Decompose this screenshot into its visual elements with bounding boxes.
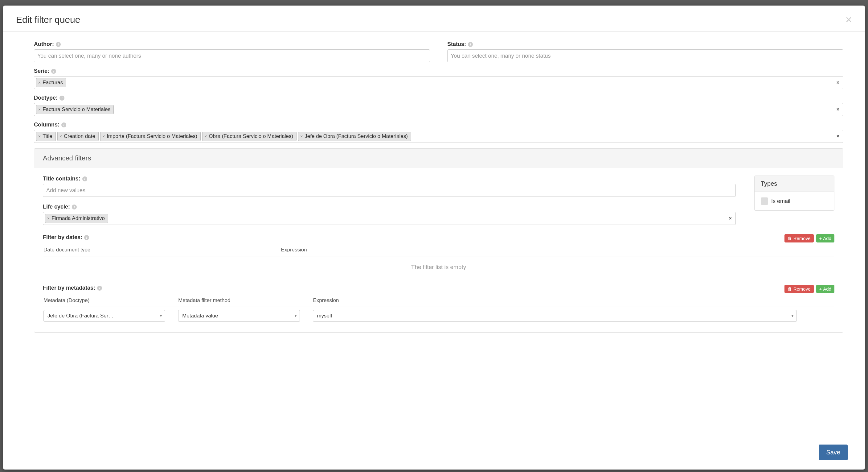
- modal-header: Edit filter queue ×: [3, 5, 865, 32]
- life-cycle-input[interactable]: ×Firmada Administrativo ×: [43, 212, 736, 225]
- empty-filter-row: The filter list is empty: [43, 257, 834, 277]
- remove-tag-icon[interactable]: ×: [60, 134, 62, 139]
- modal-title: Edit filter queue: [16, 14, 80, 25]
- serie-input[interactable]: ×Facturas ×: [34, 76, 843, 89]
- tag-factura-servicio: ×Factura Servicio o Materiales: [36, 105, 114, 114]
- trash-icon: 🗑: [787, 236, 792, 241]
- modal-footer: Save: [3, 437, 865, 470]
- tag-importe: ×Importe (Factura Servicio o Materiales): [100, 132, 201, 141]
- doctype-label: Doctype: i: [34, 95, 843, 101]
- col-date-document-type: Date document type: [43, 244, 280, 256]
- remove-tag-icon[interactable]: ×: [38, 134, 41, 139]
- life-cycle-label: Life cycle: i: [43, 204, 736, 210]
- clear-icon[interactable]: ×: [837, 107, 839, 112]
- tag-obra: ×Obra (Factura Servicio o Materiales): [202, 132, 297, 141]
- tag-firmada-administrativo: ×Firmada Administrativo: [45, 214, 108, 223]
- info-icon[interactable]: i: [468, 42, 473, 47]
- metadata-expression-select[interactable]: myself: [313, 310, 797, 322]
- col-expression: Expression: [281, 244, 834, 256]
- edit-filter-queue-modal: Edit filter queue × Author: i You can se…: [3, 5, 865, 470]
- tag-title: ×Title: [36, 132, 56, 141]
- info-icon[interactable]: i: [56, 42, 61, 47]
- info-icon[interactable]: i: [72, 205, 77, 209]
- tag-creation-date: ×Creation date: [57, 132, 99, 141]
- close-icon[interactable]: ×: [845, 14, 852, 25]
- remove-tag-icon[interactable]: ×: [47, 216, 50, 221]
- doctype-input[interactable]: ×Factura Servicio o Materiales ×: [34, 103, 843, 116]
- clear-icon[interactable]: ×: [837, 134, 839, 139]
- clear-icon[interactable]: ×: [729, 216, 732, 221]
- add-metadata-filter-button[interactable]: + Add: [816, 285, 834, 293]
- status-input[interactable]: You can select one, many or none status: [447, 49, 843, 62]
- types-header: Types: [754, 176, 834, 192]
- author-input[interactable]: You can select one, many or none authors: [34, 49, 430, 62]
- date-filter-table: Date document type Expression The filter…: [43, 243, 834, 278]
- info-icon[interactable]: i: [82, 176, 87, 181]
- is-email-checkbox[interactable]: [761, 198, 768, 205]
- info-icon[interactable]: i: [51, 69, 56, 74]
- plus-icon: +: [819, 286, 822, 292]
- advanced-filters-panel: Advanced filters Title contains: i Add n…: [34, 148, 843, 332]
- plus-icon: +: [819, 236, 822, 241]
- tag-jefe-de-obra: ×Jefe de Obra (Factura Servicio o Materi…: [298, 132, 411, 141]
- columns-label: Columns: i: [34, 122, 843, 128]
- advanced-filters-header: Advanced filters: [34, 149, 843, 168]
- col-metadata-filter-method: Metadata filter method: [178, 294, 312, 307]
- col-metadata-doctype: Metadata (Doctype): [43, 294, 178, 307]
- metadata-doctype-select[interactable]: Jefe de Obra (Factura Ser…: [43, 310, 165, 322]
- remove-tag-icon[interactable]: ×: [38, 80, 41, 85]
- remove-tag-icon[interactable]: ×: [204, 134, 207, 139]
- is-email-label: Is email: [771, 198, 790, 205]
- info-icon[interactable]: i: [60, 96, 64, 100]
- info-icon[interactable]: i: [84, 235, 89, 240]
- metadata-filter-table: Metadata (Doctype) Metadata filter metho…: [43, 294, 834, 325]
- title-contains-label: Title contains: i: [43, 176, 736, 182]
- remove-metadata-filter-button[interactable]: 🗑 Remove: [784, 285, 814, 293]
- metadata-filter-row: Jefe de Obra (Factura Ser… Metadata valu…: [43, 307, 834, 324]
- filter-by-metadatas-label: Filter by metadatas: i: [43, 285, 102, 291]
- filter-by-dates-label: Filter by dates: i: [43, 234, 89, 241]
- metadata-method-select[interactable]: Metadata value: [178, 310, 300, 322]
- remove-tag-icon[interactable]: ×: [102, 134, 105, 139]
- info-icon[interactable]: i: [61, 122, 66, 127]
- remove-tag-icon[interactable]: ×: [300, 134, 303, 139]
- remove-date-filter-button[interactable]: 🗑 Remove: [784, 234, 814, 242]
- title-contains-input[interactable]: Add new values: [43, 184, 736, 197]
- serie-label: Serie: i: [34, 68, 843, 75]
- types-panel: Types Is email: [754, 176, 834, 211]
- author-label: Author: i: [34, 41, 430, 48]
- remove-tag-icon[interactable]: ×: [38, 107, 41, 112]
- col-metadata-expression: Expression: [313, 294, 834, 307]
- trash-icon: 🗑: [787, 286, 792, 292]
- tag-facturas: ×Facturas: [36, 78, 66, 87]
- clear-icon[interactable]: ×: [837, 80, 839, 85]
- add-date-filter-button[interactable]: + Add: [816, 234, 834, 242]
- status-label: Status: i: [447, 41, 843, 48]
- modal-body: Author: i You can select one, many or no…: [3, 32, 865, 437]
- save-button[interactable]: Save: [819, 445, 848, 460]
- columns-input[interactable]: ×Title ×Creation date ×Importe (Factura …: [34, 130, 843, 143]
- info-icon[interactable]: i: [97, 286, 102, 291]
